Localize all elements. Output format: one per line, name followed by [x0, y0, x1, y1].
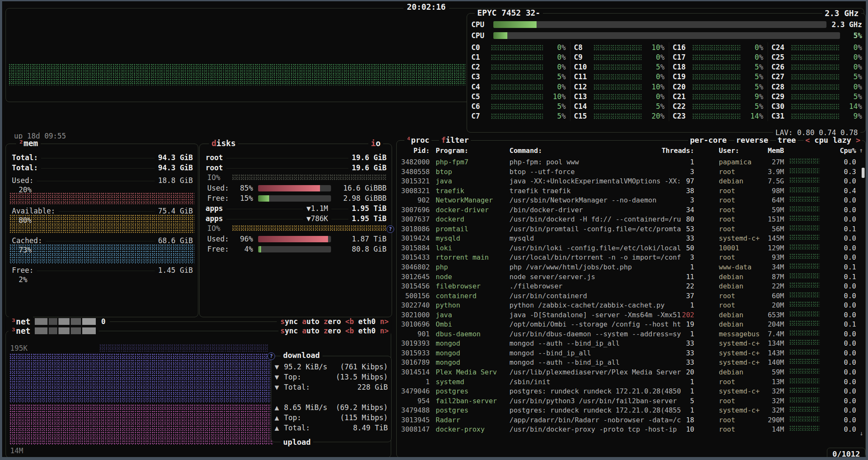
- process-row[interactable]: 3015433 rtorrent main /usr/local/bin/rto…: [398, 253, 864, 263]
- net-sync-button2[interactable]: sync: [278, 327, 300, 335]
- core-history-graph: [491, 94, 543, 100]
- core-history-graph: [791, 103, 839, 109]
- process-row[interactable]: 3019393 mongod mongod --auth --bind_ip_a…: [398, 339, 864, 349]
- net-panel: ³net 0 sync auto zero <b eth0 n> ³net: [6, 331, 391, 457]
- disks-io-label[interactable]: io: [368, 139, 383, 147]
- process-row[interactable]: 3021000 java java -D[Standalone] -server…: [398, 310, 864, 320]
- process-command: mysqld: [509, 234, 681, 242]
- process-row[interactable]: 3046802 php php /var/www/html/jobs/bot.p…: [398, 263, 864, 272]
- proc-scrollbar[interactable]: [862, 168, 865, 178]
- proc-filter-button[interactable]: filter: [439, 136, 471, 144]
- process-cpu: 0.0: [820, 368, 856, 376]
- core-cell: C18 5%: [669, 62, 763, 72]
- net-iface-switch1[interactable]: <b eth0 n>: [343, 317, 391, 326]
- process-row[interactable]: 954 fail2ban-server /usr/bin/python3 /us…: [398, 396, 864, 406]
- core-usage-pct: 5%: [645, 102, 665, 111]
- process-row[interactable]: 3015321 java java -XX:+UnlockExperimenta…: [398, 177, 864, 186]
- process-pid: 3021000: [398, 311, 430, 319]
- process-program: mongod: [436, 349, 508, 357]
- core-cell: C21 9%: [669, 91, 763, 101]
- cpu-history-graph: [8, 64, 465, 86]
- process-row[interactable]: 3479046 postgres postgres: rundeck runde…: [398, 387, 864, 396]
- process-row[interactable]: 3014514 Plex Media Serv /usr/lib/plexmed…: [398, 368, 864, 377]
- process-row[interactable]: 3482000 php-fpm7 php-fpm: pool www 1 pap…: [398, 158, 864, 167]
- process-mem-graph: [789, 206, 820, 211]
- sort-prev-icon[interactable]: <: [805, 136, 810, 144]
- process-mem: 56M: [757, 225, 784, 233]
- col-program[interactable]: Program:: [436, 147, 468, 155]
- scroll-down-icon[interactable]: ↓: [860, 430, 863, 437]
- core-history-graph: [491, 54, 543, 60]
- process-row[interactable]: 3007696 docker-driver /bin/docker-driver…: [398, 205, 864, 215]
- disks-panel: disks io root19.6 GiB root19.6 GiB IO% U…: [199, 144, 392, 317]
- net-zero-button2[interactable]: zero: [322, 327, 343, 335]
- net-auto-button2[interactable]: auto: [300, 327, 322, 335]
- net-mini-graph2: [33, 327, 99, 334]
- process-row[interactable]: 3018086 promtail /usr/bin/promtail -conf…: [398, 224, 864, 234]
- col-mem[interactable]: MemB: [757, 147, 784, 155]
- process-threads: 33: [673, 234, 694, 242]
- process-row[interactable]: 3007637 dockerd /usr/bin/dockerd -H fd:/…: [398, 215, 864, 224]
- sort-selector[interactable]: < cpu lazy >: [804, 136, 862, 144]
- process-row[interactable]: 3008321 traefik traefik traefik 38 root …: [398, 186, 864, 196]
- core-cell: C29 5%: [768, 91, 862, 101]
- scroll-up-icon[interactable]: ↑: [859, 147, 863, 154]
- process-command: /usr/bin/dbus-daemon --system --address=…: [509, 330, 681, 338]
- process-row[interactable]: 3022740 python python /zabbix-cachet/zab…: [398, 301, 864, 310]
- process-command: /usr/bin/promtail -config.file=/etc/prom…: [509, 225, 681, 233]
- process-row[interactable]: 500156 containerd /usr/bin/containerd 37…: [398, 291, 864, 301]
- process-threads: 202: [673, 311, 694, 319]
- process-row[interactable]: 3016789 mongod mongod --auth --bind_ip_a…: [398, 358, 864, 368]
- col-command[interactable]: Command:: [509, 147, 542, 155]
- per-core-button[interactable]: per-core: [688, 136, 729, 144]
- process-program: mysqld: [436, 234, 508, 242]
- process-command: postgres: rundeck rundeck 172.21.0.28(48…: [509, 406, 681, 414]
- process-row[interactable]: 1 systemd /sbin/init 1 root 13M 0.0: [398, 377, 864, 387]
- col-threads[interactable]: Threads:: [660, 147, 694, 155]
- process-cpu: 0.0: [820, 425, 856, 433]
- core-history-graph: [791, 113, 839, 119]
- process-row[interactable]: 901 dbus-daemon /usr/bin/dbus-daemon --s…: [398, 330, 864, 339]
- process-row[interactable]: 3013945 Radarr /app/radarr/bin/Radarr -n…: [398, 416, 864, 425]
- process-row[interactable]: 902 NetworkManager /usr/sbin/NetworkMana…: [398, 196, 864, 205]
- help-icon[interactable]: ?: [267, 352, 275, 360]
- col-cpu[interactable]: Cpu%: [820, 147, 856, 155]
- process-row[interactable]: 3479488 postgres postgres: rundeck runde…: [398, 406, 864, 416]
- process-row[interactable]: 3015456 filebrowser ./filebrowser 22 deb…: [398, 282, 864, 291]
- process-row[interactable]: 3012645 node node server/server.js 11 de…: [398, 272, 864, 282]
- col-user[interactable]: User:: [719, 147, 739, 155]
- net-iface-switch2[interactable]: <b eth0 n>: [343, 327, 391, 335]
- process-row[interactable]: 3015933 mongod mongod --bind_ip_all 33 s…: [398, 349, 864, 358]
- process-list: 3482000 php-fpm7 php-fpm: pool www 1 pap…: [398, 158, 864, 439]
- process-row[interactable]: 3008147 docker-proxy /usr/bin/docker-pro…: [398, 425, 864, 435]
- tree-button[interactable]: tree: [776, 136, 798, 144]
- process-row[interactable]: 3010696 Ombi /opt/ombi/Ombi --storage /c…: [398, 320, 864, 330]
- reverse-button[interactable]: reverse: [734, 136, 770, 144]
- process-cpu: 0.0: [820, 330, 856, 338]
- process-mem: 3.9M: [757, 168, 784, 176]
- core-cell: C25 0%: [768, 52, 862, 62]
- core-cell: C8 10%: [570, 42, 665, 52]
- col-pid[interactable]: Pid:: [398, 147, 430, 155]
- core-history-graph: [692, 103, 740, 109]
- help-icon[interactable]: ?: [387, 225, 394, 233]
- net-zero-button1[interactable]: zero: [322, 317, 343, 326]
- net-auto-button1[interactable]: auto: [300, 317, 322, 326]
- process-cpu: 0.0: [820, 416, 856, 424]
- process-mem-graph: [789, 320, 820, 326]
- mem-hotkey[interactable]: ²: [19, 139, 23, 148]
- core-label: C6: [471, 102, 491, 111]
- process-row[interactable]: 3019424 mysqld mysqld 33 systemd-c+ 145M…: [398, 234, 864, 244]
- process-threads: 1: [673, 263, 694, 271]
- apps-read-rate: ▼1.1M: [306, 204, 328, 213]
- core-cell: C6 5%: [471, 102, 566, 111]
- process-mem: 134M: [757, 339, 784, 347]
- process-row[interactable]: 3480558 btop btop --utf-force 3 root 3.9…: [398, 167, 864, 177]
- net-sync-button1[interactable]: sync: [278, 317, 300, 326]
- process-program: php-fpm7: [436, 158, 508, 166]
- core-cell: C0 0%: [471, 42, 566, 52]
- process-row[interactable]: 3015884 loki /usr/bin/loki -config.file=…: [398, 244, 864, 253]
- process-mem: 98M: [757, 187, 784, 195]
- sort-next-icon[interactable]: >: [856, 136, 860, 144]
- cpu-total-bar: [493, 21, 826, 28]
